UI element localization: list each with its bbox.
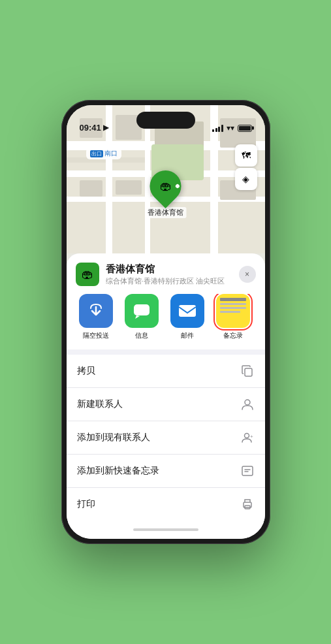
venue-info: 香港体育馆 综合体育馆·香港特别行政区 油尖旺区 bbox=[106, 263, 232, 286]
share-item-mail[interactable]: 邮件 bbox=[167, 294, 208, 340]
share-item-airdrop[interactable]: 隔空投送 bbox=[76, 294, 116, 340]
map-controls: 🗺 ◈ bbox=[235, 144, 257, 190]
venue-icon: 🏟 bbox=[76, 263, 99, 286]
share-item-message[interactable]: 信息 bbox=[121, 294, 162, 340]
venue-card: 🏟 香港体育馆 综合体育馆·香港特别行政区 油尖旺区 × bbox=[67, 253, 265, 349]
map-pin: 🏟 香港体育馆 bbox=[145, 170, 186, 218]
action-copy[interactable]: 拷贝 bbox=[67, 355, 265, 388]
share-item-notes[interactable]: 备忘录 bbox=[213, 294, 253, 340]
airdrop-icon bbox=[79, 294, 113, 328]
notes-icon bbox=[216, 294, 250, 328]
battery-icon bbox=[238, 125, 252, 132]
phone-frame: 09:41 ▶ ▾▾ bbox=[61, 100, 270, 544]
copy-icon bbox=[240, 364, 255, 378]
svg-point-3 bbox=[245, 400, 250, 405]
bottom-sheet: 🏟 香港体育馆 综合体育馆·香港特别行政区 油尖旺区 × bbox=[67, 253, 265, 539]
action-add-quick-note[interactable]: 添加到新快速备忘录 bbox=[67, 455, 265, 488]
add-existing-label: 添加到现有联系人 bbox=[77, 432, 150, 443]
wifi-icon: ▾▾ bbox=[227, 123, 234, 133]
phone-screen: 09:41 ▶ ▾▾ bbox=[67, 105, 265, 539]
mail-icon bbox=[170, 294, 204, 328]
print-label: 打印 bbox=[77, 498, 95, 510]
close-button[interactable]: × bbox=[239, 266, 256, 283]
status-icons: ▾▾ bbox=[212, 123, 252, 133]
mail-label: 邮件 bbox=[181, 331, 194, 340]
location-name: 南口 bbox=[104, 149, 118, 158]
svg-text:+: + bbox=[250, 434, 253, 440]
copy-label: 拷贝 bbox=[77, 365, 95, 377]
message-label: 信息 bbox=[135, 331, 148, 340]
add-existing-icon: + bbox=[240, 430, 255, 445]
svg-rect-1 bbox=[179, 305, 196, 317]
compass-button[interactable]: ◈ bbox=[235, 168, 257, 190]
svg-rect-2 bbox=[245, 368, 252, 376]
new-contact-label: 新建联系人 bbox=[77, 398, 123, 410]
add-quick-note-label: 添加到新快速备忘录 bbox=[77, 465, 159, 477]
action-list: 拷贝 新建联系人 bbox=[67, 355, 265, 521]
action-add-existing[interactable]: 添加到现有联系人 + bbox=[67, 421, 265, 455]
status-time: 09:41 ▶ bbox=[80, 123, 108, 133]
svg-rect-0 bbox=[134, 304, 150, 315]
pin-label: 香港体育馆 bbox=[145, 207, 186, 218]
message-icon bbox=[125, 294, 159, 328]
print-icon bbox=[240, 497, 255, 511]
location-icon: ▶ bbox=[103, 123, 108, 132]
pin-icon: 🏟 bbox=[144, 164, 188, 208]
quick-note-icon bbox=[240, 464, 255, 478]
notes-label: 备忘录 bbox=[223, 331, 243, 340]
action-new-contact[interactable]: 新建联系人 bbox=[67, 388, 265, 421]
signal-icon bbox=[212, 125, 223, 132]
svg-point-4 bbox=[244, 434, 249, 438]
share-row: 隔空投送 信息 bbox=[76, 294, 256, 349]
airdrop-label: 隔空投送 bbox=[83, 331, 109, 340]
time-label: 09:41 bbox=[80, 123, 101, 133]
home-bar bbox=[133, 528, 198, 531]
home-indicator bbox=[67, 521, 265, 539]
svg-rect-6 bbox=[242, 466, 253, 475]
venue-name: 香港体育馆 bbox=[106, 263, 232, 276]
dynamic-island bbox=[136, 112, 195, 129]
new-contact-icon bbox=[240, 397, 255, 411]
venue-subtitle: 综合体育馆·香港特别行政区 油尖旺区 bbox=[106, 276, 232, 286]
venue-header: 🏟 香港体育馆 综合体育馆·香港特别行政区 油尖旺区 × bbox=[76, 263, 256, 286]
action-print[interactable]: 打印 bbox=[67, 488, 265, 521]
location-label: 出口 南口 bbox=[86, 148, 121, 159]
map-type-button[interactable]: 🗺 bbox=[235, 144, 257, 167]
